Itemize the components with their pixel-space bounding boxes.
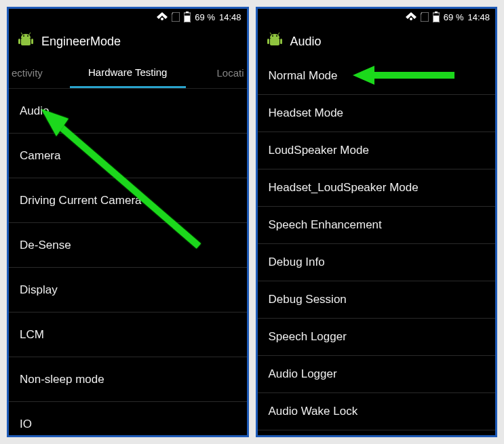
wifi-icon — [406, 12, 416, 22]
app-title: EngineerMode — [41, 35, 121, 49]
list-item-headset-loudspeaker-mode[interactable]: Headset_LoudSpeaker Mode — [258, 169, 496, 207]
battery-percent: 69 % — [195, 12, 215, 22]
svg-line-10 — [29, 33, 31, 35]
svg-rect-6 — [31, 39, 33, 44]
svg-line-22 — [270, 33, 271, 35]
svg-point-7 — [23, 35, 24, 37]
list-item-de-sense[interactable]: De-Sense — [9, 223, 247, 268]
status-bar: 69 % 14:48 — [258, 9, 496, 25]
list-item-display[interactable]: Display — [9, 268, 247, 312]
svg-rect-17 — [270, 38, 279, 45]
svg-point-20 — [272, 35, 273, 37]
tab-bar: ectivity Hardware Testing Locati — [9, 58, 247, 89]
tab-hardware-testing[interactable]: Hardware Testing — [70, 58, 186, 88]
battery-percent: 69 % — [444, 12, 464, 22]
app-bar: Audio — [258, 25, 496, 58]
list-item-loudspeaker-mode[interactable]: LoudSpeaker Mode — [258, 132, 496, 169]
android-icon — [266, 31, 284, 52]
list-item-audio[interactable]: Audio — [9, 89, 247, 134]
list-item-speech-enhancement[interactable]: Speech Enhancement — [258, 207, 496, 244]
audio-list: Normal Mode Headset Mode LoudSpeaker Mod… — [258, 58, 496, 430]
svg-rect-16 — [433, 16, 439, 22]
svg-rect-18 — [267, 39, 269, 44]
svg-rect-4 — [21, 38, 31, 45]
svg-point-21 — [276, 35, 277, 37]
list-item-speech-logger[interactable]: Speech Logger — [258, 319, 496, 356]
phone-left: 69 % 14:48 EngineerMode ectivity Hardwar… — [7, 7, 249, 437]
wifi-icon — [157, 12, 168, 22]
clock: 14:48 — [467, 12, 490, 22]
status-bar: 69 % 14:48 — [9, 9, 247, 25]
svg-rect-19 — [280, 39, 282, 44]
svg-rect-3 — [185, 16, 190, 22]
svg-point-0 — [161, 18, 163, 20]
phone-right: 69 % 14:48 Audio Normal Mode Headset Mod… — [256, 7, 498, 437]
list-item-non-sleep-mode[interactable]: Non-sleep mode — [9, 357, 247, 402]
svg-line-9 — [21, 33, 22, 35]
list-item-driving-current-camera[interactable]: Driving Current Camera — [9, 178, 247, 223]
tab-location[interactable]: Locati — [186, 58, 247, 88]
android-icon — [17, 31, 35, 52]
list-item-audio-wake-lock[interactable]: Audio Wake Lock — [258, 393, 496, 430]
tab-connectivity[interactable]: ectivity — [9, 58, 70, 88]
clock: 14:48 — [219, 12, 241, 22]
list-item-headset-mode[interactable]: Headset Mode — [258, 95, 496, 132]
list-item-camera[interactable]: Camera — [9, 134, 247, 178]
battery-icon — [184, 12, 191, 22]
svg-rect-5 — [18, 39, 20, 44]
list-item-debug-session[interactable]: Debug Session — [258, 281, 496, 319]
svg-point-13 — [410, 18, 412, 20]
app-title: Audio — [290, 35, 322, 49]
svg-line-23 — [278, 33, 279, 35]
hardware-testing-list: Audio Camera Driving Current Camera De-S… — [9, 89, 247, 437]
list-item-debug-info[interactable]: Debug Info — [258, 244, 496, 281]
list-item-audio-logger[interactable]: Audio Logger — [258, 356, 496, 393]
battery-icon — [433, 12, 440, 22]
list-item-io[interactable]: IO — [9, 402, 247, 437]
sim-icon — [421, 12, 429, 22]
list-item-lcm[interactable]: LCM — [9, 312, 247, 357]
list-item-normal-mode[interactable]: Normal Mode — [258, 58, 496, 95]
svg-point-8 — [27, 35, 28, 37]
sim-icon — [172, 12, 180, 22]
app-bar: EngineerMode — [9, 25, 247, 58]
